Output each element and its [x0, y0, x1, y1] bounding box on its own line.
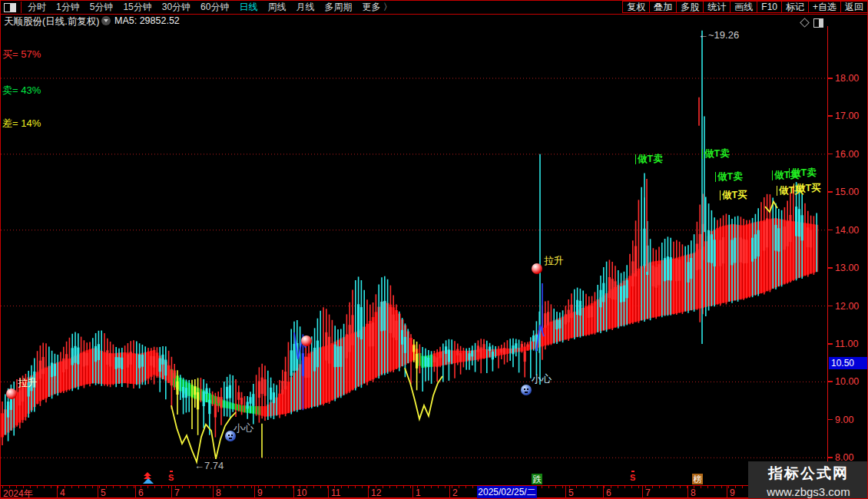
axis-tick: [828, 267, 833, 269]
month-label-4: 4: [60, 487, 65, 498]
action-多股[interactable]: 多股: [676, 1, 704, 13]
minor-tick: [306, 486, 307, 488]
minor-tick: [279, 486, 280, 488]
action-标记[interactable]: 标记: [781, 1, 809, 13]
minor-tick: [71, 486, 72, 488]
minor-tick: [369, 486, 369, 488]
watermark: 指标公式网 www.zbgs3.com: [748, 461, 868, 499]
selected-date-box[interactable]: 2025/02/25/二: [477, 486, 537, 498]
action-画线[interactable]: 画线: [730, 1, 757, 13]
menu-item-周线[interactable]: 周线: [267, 1, 286, 14]
minor-tick: [134, 486, 134, 488]
minor-tick: [472, 486, 473, 488]
minor-tick: [58, 486, 58, 488]
action-复权[interactable]: 复权: [622, 1, 650, 13]
minor-tick: [707, 486, 708, 488]
minor-tick: [147, 486, 148, 488]
month-boundary: [98, 486, 98, 498]
minor-tick: [728, 486, 729, 488]
month-boundary: [687, 486, 688, 498]
month-label-7: 7: [174, 487, 180, 498]
minor-tick: [424, 486, 425, 488]
menu-item-30分钟[interactable]: 30分钟: [162, 1, 190, 14]
minor-tick: [189, 486, 190, 488]
minor-tick: [120, 486, 121, 488]
menu-item-60分钟[interactable]: 60分钟: [200, 1, 229, 14]
month-boundary: [293, 486, 294, 498]
menu-item-更多 〉[interactable]: 更多 〉: [362, 1, 392, 14]
minor-tick: [203, 486, 204, 488]
month-boundary: [642, 486, 643, 498]
minor-tick: [666, 486, 667, 488]
window-icon[interactable]: [4, 3, 16, 12]
month-boundary: [254, 486, 255, 498]
minor-tick: [638, 486, 639, 488]
menu-divider: [21, 2, 22, 13]
minor-tick: [403, 486, 404, 488]
action-返回[interactable]: 返回: [840, 1, 868, 13]
menu-item-分时[interactable]: 分时: [28, 1, 46, 14]
minor-tick: [680, 486, 681, 488]
menu-item-日线[interactable]: 日线: [239, 1, 257, 14]
minor-tick: [341, 486, 342, 488]
minor-tick: [376, 486, 376, 488]
minor-tick: [659, 486, 660, 488]
minor-tick: [113, 486, 114, 488]
menu-item-月线[interactable]: 月线: [296, 1, 314, 14]
watermark-url: www.zbgs3.com: [767, 485, 850, 498]
minor-tick: [224, 486, 224, 488]
menu-item-1分钟[interactable]: 1分钟: [56, 1, 80, 14]
minor-tick: [175, 486, 176, 488]
minor-tick: [300, 486, 300, 488]
axis-tick: [828, 115, 833, 117]
month-label-5: 5: [101, 487, 106, 498]
minor-tick: [65, 486, 65, 488]
minor-tick: [618, 486, 618, 488]
minor-tick: [168, 486, 169, 488]
axis-tick: [828, 191, 833, 193]
ma5-value: MA5: 29852.52: [114, 15, 180, 26]
action-F10[interactable]: F10: [757, 1, 782, 13]
minor-tick: [51, 486, 51, 488]
minor-tick: [583, 486, 584, 488]
minor-tick: [383, 486, 383, 488]
price-label-11.00: 11.00: [835, 339, 858, 349]
minor-tick: [99, 486, 100, 488]
time-axis: 2024年45678910111212567892025/02/25/二: [1, 485, 868, 498]
watermark-title: 指标公式网: [768, 464, 849, 484]
month-label-11: 11: [331, 487, 340, 498]
price-label-12.00: 12.00: [835, 301, 859, 312]
menu-item-多周期[interactable]: 多周期: [324, 1, 352, 14]
axis-tick: [828, 230, 833, 231]
minor-tick: [576, 486, 577, 488]
minor-tick: [701, 486, 701, 488]
minor-tick: [106, 486, 107, 488]
minor-tick: [210, 486, 210, 488]
action-+自选[interactable]: +自选: [808, 1, 841, 13]
minor-tick: [286, 486, 287, 488]
minor-tick: [548, 486, 549, 488]
price-label-13.00: 13.00: [835, 263, 859, 273]
month-boundary: [565, 486, 566, 498]
month-label-10: 10: [297, 487, 306, 498]
month-boundary: [135, 486, 136, 498]
price-axis: 18.0017.0016.0015.0014.0013.0012.0011.00…: [827, 26, 868, 498]
current-price-tag: 10.50: [829, 357, 868, 369]
month-label-8: 8: [216, 487, 221, 498]
minor-tick: [141, 486, 141, 488]
minor-tick: [127, 486, 128, 488]
action-统计[interactable]: 统计: [703, 1, 731, 13]
minor-tick: [196, 486, 197, 488]
action-叠加[interactable]: 叠加: [649, 1, 677, 13]
month-boundary: [449, 486, 450, 498]
minor-tick: [452, 486, 452, 488]
price-label-17.00: 17.00: [835, 111, 859, 121]
period-menu: 分时1分钟5分钟15分钟30分钟60分钟日线周线月线多周期更多 〉: [28, 1, 393, 14]
month-label-5: 5: [568, 487, 574, 498]
minor-tick: [687, 486, 687, 488]
price-label-15.00: 15.00: [835, 187, 859, 197]
candlestick-chart[interactable]: [1, 26, 827, 485]
menu-item-15分钟[interactable]: 15分钟: [123, 1, 151, 14]
menu-item-5分钟[interactable]: 5分钟: [90, 1, 114, 14]
chevron-down-icon[interactable]: [101, 16, 111, 25]
